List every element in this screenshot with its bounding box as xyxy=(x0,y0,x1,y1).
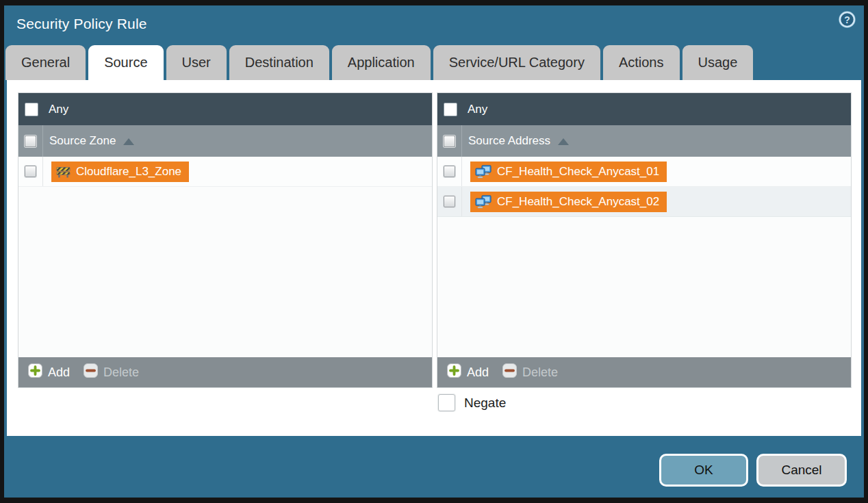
tab-source[interactable]: Source xyxy=(88,45,163,80)
table-row[interactable]: CF_Health_Check_Anycast_02 xyxy=(437,187,851,217)
cancel-button[interactable]: Cancel xyxy=(756,454,847,487)
source-zone-panel: Any Source Zone Cloudflare_L3_Zone Add xyxy=(18,92,433,388)
svg-text:?: ? xyxy=(844,14,850,25)
sort-ascending-icon xyxy=(123,138,134,145)
tab-usage[interactable]: Usage xyxy=(682,45,754,80)
source-address-list: CF_Health_Check_Anycast_01CF_Health_Chec… xyxy=(437,157,851,357)
column-header-label: Source Address xyxy=(468,134,550,148)
add-button-label: Add xyxy=(467,365,489,380)
add-button-label: Add xyxy=(48,365,70,380)
source-address-any-row: Any xyxy=(437,93,851,125)
add-icon xyxy=(28,363,42,381)
delete-icon xyxy=(84,363,98,381)
tab-service-url-category[interactable]: Service/URL Category xyxy=(433,45,600,80)
row-checkbox[interactable] xyxy=(444,196,455,207)
row-label: CF_Health_Check_Anycast_01 xyxy=(497,165,659,179)
any-checkbox[interactable] xyxy=(25,103,38,116)
delete-icon xyxy=(502,363,517,381)
select-all-checkbox[interactable] xyxy=(444,136,455,147)
tab-actions[interactable]: Actions xyxy=(603,45,680,80)
title-bar: Security Policy Rule xyxy=(16,5,147,42)
object-chip[interactable]: CF_Health_Check_Anycast_01 xyxy=(470,162,667,182)
zone-icon xyxy=(56,166,71,178)
object-chip[interactable]: Cloudflare_L3_Zone xyxy=(51,162,189,182)
source-zone-list: Cloudflare_L3_Zone xyxy=(18,157,432,357)
source-address-column-header[interactable]: Source Address xyxy=(437,125,851,157)
object-chip[interactable]: CF_Health_Check_Anycast_02 xyxy=(470,192,667,212)
delete-button[interactable]: Delete xyxy=(84,363,139,381)
tab-application[interactable]: Application xyxy=(332,45,431,80)
source-address-panel: Any Source Address CF_Health_Check_Anyca… xyxy=(437,92,852,388)
add-button[interactable]: Add xyxy=(447,363,489,381)
negate-checkbox[interactable] xyxy=(438,394,455,411)
any-checkbox[interactable] xyxy=(444,103,457,116)
sort-ascending-icon xyxy=(558,138,569,145)
security-policy-rule-dialog: Security Policy Rule ? GeneralSourceUser… xyxy=(4,5,864,498)
address-icon xyxy=(475,165,492,179)
negate-label: Negate xyxy=(464,396,506,411)
source-zone-any-row: Any xyxy=(18,93,432,125)
select-all-checkbox[interactable] xyxy=(25,136,36,147)
screenshot-frame: Security Policy Rule ? GeneralSourceUser… xyxy=(0,0,868,503)
any-label: Any xyxy=(49,103,68,116)
tab-content: Any Source Zone Cloudflare_L3_Zone Add xyxy=(7,80,861,436)
add-icon xyxy=(447,363,461,381)
negate-row: Negate xyxy=(438,394,506,411)
source-zone-footer: Add Delete xyxy=(18,357,432,387)
delete-button-label: Delete xyxy=(522,365,558,380)
add-button[interactable]: Add xyxy=(28,363,70,381)
row-label: CF_Health_Check_Anycast_02 xyxy=(497,195,659,209)
column-header-label: Source Zone xyxy=(49,134,116,148)
table-row[interactable]: Cloudflare_L3_Zone xyxy=(18,157,432,187)
help-icon[interactable]: ? xyxy=(837,10,856,29)
tab-destination[interactable]: Destination xyxy=(229,45,329,80)
tab-user[interactable]: User xyxy=(166,45,227,80)
delete-button[interactable]: Delete xyxy=(502,363,558,381)
row-checkbox[interactable] xyxy=(444,166,455,177)
source-zone-column-header[interactable]: Source Zone xyxy=(18,125,432,157)
source-address-footer: Add Delete xyxy=(437,357,851,387)
table-row[interactable]: CF_Health_Check_Anycast_01 xyxy=(437,157,851,187)
tab-bar: GeneralSourceUserDestinationApplicationS… xyxy=(5,45,753,80)
delete-button-label: Delete xyxy=(103,365,139,380)
address-icon xyxy=(475,195,492,209)
row-checkbox[interactable] xyxy=(25,166,36,177)
ok-button[interactable]: OK xyxy=(659,454,748,487)
tab-general[interactable]: General xyxy=(5,45,86,80)
any-label: Any xyxy=(468,103,487,116)
row-label: Cloudflare_L3_Zone xyxy=(76,165,181,179)
page-title: Security Policy Rule xyxy=(16,16,147,32)
